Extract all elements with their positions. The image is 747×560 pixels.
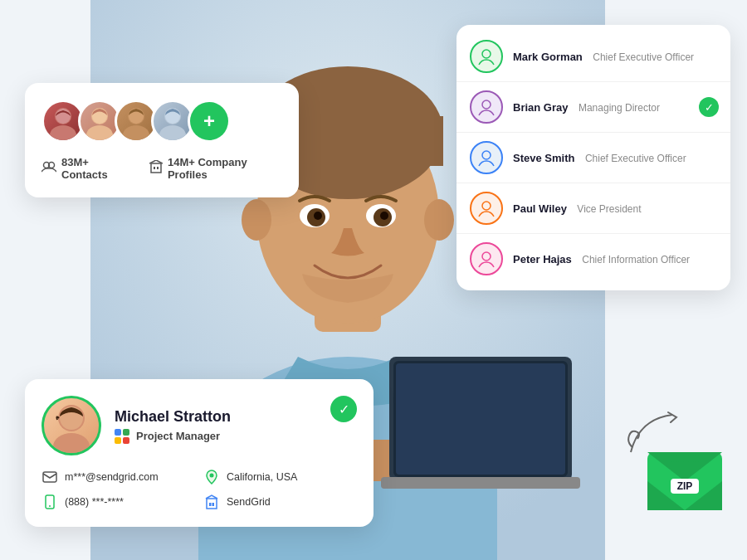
svg-point-13 (314, 212, 322, 220)
profile-verified-badge: ✓ (330, 396, 357, 422)
profile-avatar (42, 396, 101, 455)
email-value: m***@sendgrid.com (65, 471, 159, 483)
svg-point-14 (380, 212, 388, 220)
contact-row-4[interactable]: Paul Wiley Vice President (456, 183, 730, 234)
contacts-stat: 83M+ Contacts (42, 156, 133, 181)
contact-title-5: Chief Information Officer (582, 254, 690, 265)
avatar-row: + (42, 100, 282, 143)
svg-point-8 (424, 199, 454, 241)
contact-title-4: Vice President (577, 203, 641, 215)
svg-point-41 (482, 252, 491, 261)
contact-info-1: Mark Gorman Chief Executive Officer (513, 49, 717, 64)
svg-point-43 (53, 433, 90, 453)
company-count: 14M+ Company Profiles (168, 156, 282, 181)
contact-avatar-3 (470, 141, 503, 174)
svg-point-27 (123, 125, 149, 140)
profile-header: Michael Stratton Project Manager ✓ (42, 396, 357, 455)
svg-rect-18 (381, 477, 580, 489)
check-badge-2: ✓ (699, 97, 719, 117)
profile-location: California, USA (203, 469, 357, 485)
contacts-count: 83M+ Contacts (61, 156, 133, 181)
profile-name: Michael Stratton (115, 408, 231, 426)
profile-card: Michael Stratton Project Manager ✓ m (25, 379, 374, 527)
role-icon (115, 429, 129, 444)
svg-point-48 (49, 505, 51, 507)
avatar-add: + (188, 100, 231, 143)
zip-label: ZIP (671, 479, 700, 494)
svg-point-30 (159, 125, 186, 140)
zip-lines (671, 455, 699, 462)
contact-info-4: Paul Wiley Vice President (513, 201, 717, 216)
contact-name-2: Brian Gray (513, 101, 568, 114)
svg-rect-36 (157, 167, 159, 169)
contact-info-2: Brian Gray Managing Director (513, 100, 717, 114)
zip-envelope: ZIP (647, 452, 722, 510)
svg-point-40 (482, 202, 491, 210)
profile-role-text: Project Manager (136, 430, 220, 442)
svg-point-21 (50, 125, 76, 140)
contact-avatar-4 (470, 192, 503, 225)
svg-point-37 (482, 50, 491, 58)
contact-avatar-2 (470, 90, 503, 124)
svg-rect-34 (151, 163, 161, 173)
profile-email: m***@sendgrid.com (42, 469, 195, 485)
svg-rect-45 (43, 472, 56, 482)
phone-value: (888) ***-**** (65, 496, 124, 508)
email-icon (42, 469, 58, 485)
profile-company: SendGrid (203, 494, 357, 510)
svg-point-39 (482, 151, 491, 159)
contact-name-3: Steve Smith (513, 152, 574, 164)
zip-decoration: ZIP (647, 452, 722, 510)
svg-point-38 (482, 100, 491, 109)
contacts-list-card: Mark Gorman Chief Executive Officer Bria… (456, 25, 730, 290)
profile-details: m***@sendgrid.com California, USA (888) … (42, 469, 357, 510)
stats-row: 83M+ Contacts 14M+ Company Profiles (42, 156, 282, 181)
svg-rect-50 (209, 503, 212, 506)
contacts-summary-card: + 83M+ Contacts 14M+ (25, 83, 299, 197)
contact-title-1: Chief Executive Officer (593, 51, 694, 63)
svg-rect-35 (154, 167, 155, 169)
contact-avatar-5 (470, 242, 503, 275)
phone-icon (42, 494, 58, 510)
profile-phone: (888) ***-**** (42, 494, 195, 510)
location-icon (203, 469, 220, 485)
contact-info-3: Steve Smith Chief Executive Officer (513, 150, 717, 165)
contact-name-5: Peter Hajas (513, 253, 572, 265)
contact-row-1[interactable]: Mark Gorman Chief Executive Officer (456, 32, 730, 82)
svg-point-46 (210, 474, 214, 478)
contact-title-2: Managing Director (579, 102, 660, 114)
contact-row-3[interactable]: Steve Smith Chief Executive Officer (456, 133, 730, 183)
svg-rect-49 (207, 499, 217, 509)
contact-avatar-1 (470, 40, 503, 73)
company-building-icon (203, 494, 220, 510)
company-value: SendGrid (227, 496, 271, 508)
svg-point-7 (242, 199, 271, 241)
contact-name-4: Paul Wiley (513, 202, 567, 215)
company-icon (149, 160, 163, 177)
contact-title-3: Chief Executive Officer (585, 153, 686, 164)
svg-rect-19 (396, 363, 565, 475)
svg-point-24 (86, 125, 113, 140)
contacts-icon (42, 161, 56, 176)
contact-row-2[interactable]: Brian Gray Managing Director ✓ (456, 82, 730, 133)
profile-role-row: Project Manager (115, 429, 231, 444)
contact-info-5: Peter Hajas Chief Information Officer (513, 251, 717, 266)
contact-row-5[interactable]: Peter Hajas Chief Information Officer (456, 234, 730, 284)
location-value: California, USA (227, 471, 297, 483)
company-stat: 14M+ Company Profiles (149, 156, 282, 181)
svg-rect-51 (212, 503, 215, 506)
contact-name-1: Mark Gorman (513, 51, 583, 63)
profile-text: Michael Stratton Project Manager (115, 408, 231, 444)
add-contact-button[interactable]: + (190, 102, 228, 140)
